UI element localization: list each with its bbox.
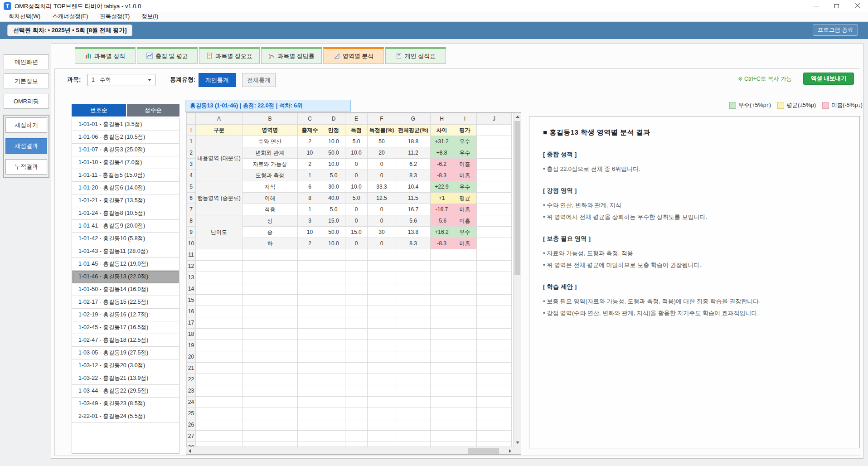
cell-empty[interactable]: [453, 340, 477, 351]
cell-empty[interactable]: [368, 306, 396, 317]
student-list-item[interactable]: 1-01-43 - 홍길동11 (28.0점): [72, 245, 179, 258]
row-header-13[interactable]: 13: [187, 272, 196, 283]
sidebar-button-0[interactable]: 메인화면: [4, 54, 49, 69]
cell-max[interactable]: 30.0: [322, 181, 345, 193]
cell-count[interactable]: 6: [298, 181, 322, 193]
cell-empty[interactable]: [345, 261, 368, 272]
cell-empty[interactable]: [477, 159, 512, 170]
cell-empty[interactable]: [298, 295, 322, 306]
cell-empty[interactable]: [368, 283, 396, 295]
cell-empty[interactable]: [196, 351, 242, 363]
cell-empty[interactable]: [477, 431, 512, 442]
cell-empty[interactable]: [431, 283, 453, 295]
cell-empty[interactable]: [322, 306, 345, 317]
cell-empty[interactable]: [196, 397, 242, 408]
cell-empty[interactable]: [298, 340, 322, 351]
column-letter-B[interactable]: B: [242, 113, 298, 125]
cell-empty[interactable]: [368, 351, 396, 363]
student-list-item[interactable]: 2-22-01 - 홍길동24 (5.5점): [72, 410, 179, 423]
cell-empty[interactable]: [196, 408, 242, 419]
cell-count[interactable]: 8: [298, 193, 322, 204]
horizontal-scroll-thumb[interactable]: [468, 448, 499, 454]
cell-empty[interactable]: [477, 397, 512, 408]
sidebar-button-2[interactable]: OMR리딩: [4, 94, 49, 109]
cell-empty[interactable]: [368, 419, 396, 431]
cell-empty[interactable]: [396, 351, 431, 363]
cell-empty[interactable]: [196, 249, 242, 261]
cell-empty[interactable]: [345, 340, 368, 351]
column-letter-A[interactable]: A: [196, 113, 242, 125]
cell-empty[interactable]: [477, 181, 512, 193]
program-exit-button[interactable]: 프로그램 종료: [813, 24, 858, 36]
cell-empty[interactable]: [453, 351, 477, 363]
sidebar-group-button-0[interactable]: 채점하기: [5, 117, 47, 133]
cell-empty[interactable]: [453, 249, 477, 261]
cell-score[interactable]: 0: [345, 204, 368, 215]
cell-empty[interactable]: [453, 272, 477, 283]
row-header-15[interactable]: 15: [187, 295, 196, 306]
cell-empty[interactable]: [396, 317, 431, 329]
cell-empty[interactable]: [431, 363, 453, 374]
cell-empty[interactable]: [345, 374, 368, 385]
cell-empty[interactable]: [453, 295, 477, 306]
column-letter-D[interactable]: D: [322, 113, 345, 125]
row-header-T[interactable]: T: [187, 125, 196, 136]
cell-empty[interactable]: [477, 136, 512, 147]
cell-empty[interactable]: [298, 272, 322, 283]
student-list-item[interactable]: 1-01-50 - 홍길동14 (16.0점): [72, 283, 179, 296]
cell-avg[interactable]: 8.3: [396, 238, 431, 249]
cell-grade[interactable]: 미흡: [453, 159, 477, 170]
cell-empty[interactable]: [368, 272, 396, 283]
cell-empty[interactable]: [477, 238, 512, 249]
cell-empty[interactable]: [322, 317, 345, 329]
cell-count[interactable]: 3: [298, 215, 322, 227]
row-header-7[interactable]: 7: [187, 204, 196, 215]
cell-empty[interactable]: [453, 397, 477, 408]
cell-max[interactable]: 10.0: [322, 238, 345, 249]
cell-diff[interactable]: -5.6: [431, 215, 453, 227]
cell-empty[interactable]: [396, 374, 431, 385]
tab-개인 성적표[interactable]: 개인 성적표: [385, 47, 446, 64]
header-cell[interactable]: 득점: [345, 125, 368, 136]
cell-empty[interactable]: [322, 329, 345, 340]
cell-empty[interactable]: [431, 317, 453, 329]
sort-by-score-button[interactable]: 점수순: [127, 104, 179, 116]
cell-empty[interactable]: [322, 295, 345, 306]
cell-empty[interactable]: [431, 340, 453, 351]
cell-empty[interactable]: [368, 408, 396, 419]
cell-empty[interactable]: [298, 317, 322, 329]
cell-name[interactable]: 변화와 관계: [242, 147, 298, 159]
cell-empty[interactable]: [345, 306, 368, 317]
excel-export-button[interactable]: 엑셀 내보내기: [803, 73, 854, 85]
cell-empty[interactable]: [431, 249, 453, 261]
column-letter-J[interactable]: J: [477, 113, 512, 125]
tab-과목별 성적[interactable]: 과목별 성적: [75, 47, 136, 64]
cell-empty[interactable]: [196, 442, 242, 447]
cell-empty[interactable]: [477, 385, 512, 397]
cell-empty[interactable]: [322, 385, 345, 397]
cell-diff[interactable]: -8.3: [431, 238, 453, 249]
group-cell[interactable]: 난이도: [196, 215, 242, 249]
cell-empty[interactable]: [431, 419, 453, 431]
cell-empty[interactable]: [242, 272, 298, 283]
student-list-item[interactable]: 1-01-42 - 홍길동10 (5.8점): [72, 233, 179, 245]
cell-empty[interactable]: [345, 329, 368, 340]
cell-empty[interactable]: [298, 363, 322, 374]
cell-empty[interactable]: [322, 431, 345, 442]
cell-grade[interactable]: 우수: [453, 227, 477, 238]
menu-item-1[interactable]: 스캐너설정(E): [46, 12, 94, 21]
column-letter-C[interactable]: C: [298, 113, 322, 125]
cell-max[interactable]: 5.0: [322, 204, 345, 215]
cell-score[interactable]: 15.0: [345, 227, 368, 238]
cell-name[interactable]: 도형과 측정: [242, 170, 298, 181]
header-cell[interactable]: 평가: [453, 125, 477, 136]
cell-diff[interactable]: -16.7: [431, 204, 453, 215]
cell-count[interactable]: 2: [298, 238, 322, 249]
column-letter-H[interactable]: H: [431, 113, 453, 125]
minimize-button[interactable]: [805, 0, 826, 12]
cell-grade[interactable]: 우수: [453, 181, 477, 193]
cell-empty[interactable]: [345, 363, 368, 374]
cell-avg[interactable]: 10.4: [396, 181, 431, 193]
cell-empty[interactable]: [196, 431, 242, 442]
cell-empty[interactable]: [477, 170, 512, 181]
